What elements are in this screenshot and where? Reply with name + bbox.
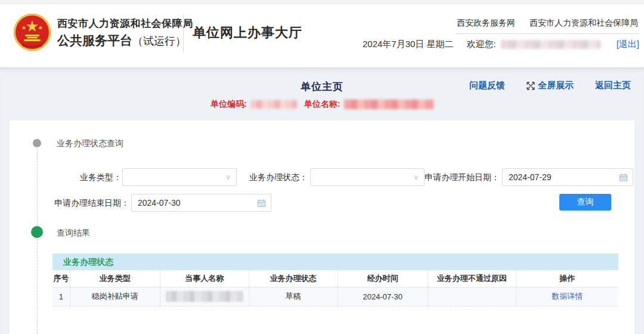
top-strip bbox=[0, 0, 644, 4]
end-date-label: 申请办理结束日期： bbox=[49, 198, 129, 209]
end-date-input[interactable] bbox=[132, 194, 250, 211]
cell-reject-reason bbox=[428, 287, 516, 306]
unit-name-label: 单位名称: bbox=[304, 99, 340, 110]
cell-seq: 1 bbox=[52, 287, 70, 306]
chevron-down-icon: ∨ bbox=[225, 173, 231, 181]
col-party-name: 当事人名称 bbox=[160, 270, 249, 287]
query-button[interactable]: 查询 bbox=[559, 194, 611, 211]
calendar-icon[interactable] bbox=[619, 173, 628, 182]
unit-code-label: 单位编码: bbox=[210, 99, 247, 110]
business-status-label: 业务办理状态： bbox=[241, 172, 308, 183]
table-header-row: 序号 业务类型 当事人名称 业务办理状态 经办时间 业务办理不通过原因 操作 bbox=[52, 270, 618, 287]
back-home-link[interactable]: 返回主页 bbox=[595, 80, 631, 91]
cell-business-type: 稳岗补贴申请 bbox=[70, 287, 160, 306]
top-links: 西安政务服务网 西安市人力资源和社会保障局 bbox=[457, 18, 638, 29]
feedback-link[interactable]: 问题反馈 bbox=[469, 80, 505, 91]
brand-divider bbox=[183, 14, 184, 52]
unit-info-line: 单位编码: 单位名称: bbox=[0, 99, 644, 110]
hall-title: 单位网上办事大厅 bbox=[193, 24, 302, 42]
table-row: 1 稳岗补贴申请 草稿 2024-07-30 数据详情 bbox=[52, 287, 618, 306]
start-date-label: 申请办理开始日期： bbox=[419, 172, 500, 183]
start-date-field bbox=[502, 168, 633, 186]
logout-link[interactable]: [退出] bbox=[617, 39, 639, 50]
business-type-select[interactable]: ∨ bbox=[122, 168, 237, 186]
chevron-down-icon: ∨ bbox=[413, 173, 419, 181]
start-date-input[interactable] bbox=[503, 169, 612, 185]
query-section-title: 业务办理状态查询 bbox=[57, 138, 123, 149]
platform-name: 公共服务平台（试运行） bbox=[57, 32, 186, 49]
redacted-unit-name bbox=[344, 100, 434, 109]
welcome-label: 欢迎您: bbox=[467, 39, 496, 50]
col-handle-time: 经办时间 bbox=[338, 270, 428, 287]
col-status: 业务办理状态 bbox=[249, 270, 338, 287]
current-date: 2024年7月30日 星期二 bbox=[363, 39, 454, 50]
data-detail-link[interactable]: 数据详情 bbox=[552, 292, 583, 301]
business-status-select[interactable]: ∨ bbox=[310, 168, 425, 186]
timeline-dashed-line bbox=[37, 149, 38, 334]
col-seq: 序号 bbox=[52, 270, 70, 287]
org-name: 西安市人力资源和社会保障局 bbox=[57, 17, 193, 30]
redacted-user-name bbox=[501, 40, 601, 49]
end-date-field bbox=[131, 194, 271, 212]
business-type-label: 业务类型： bbox=[45, 172, 122, 183]
cell-status: 草稿 bbox=[249, 287, 338, 306]
cell-action: 数据详情 bbox=[516, 287, 618, 306]
redacted-party-name bbox=[166, 291, 243, 302]
col-reject-reason: 业务办理不通过原因 bbox=[428, 270, 516, 287]
section-dot-green bbox=[31, 226, 43, 238]
link-gov-service-net[interactable]: 西安政务服务网 bbox=[457, 18, 515, 29]
fullscreen-label: 全屏展示 bbox=[538, 80, 574, 91]
fullscreen-link[interactable]: 全屏展示 bbox=[527, 80, 574, 91]
col-action: 操作 bbox=[516, 270, 618, 287]
col-business-type: 业务类型 bbox=[70, 270, 160, 287]
results-table: 业务办理状态 序号 业务类型 当事人名称 业务办理状态 经办时间 业务办理不通过… bbox=[52, 253, 618, 307]
top-links-divider bbox=[456, 33, 639, 34]
page-content: 单位主页 问题反馈 全屏展示 返回主页 单位编码: 单位名称: 业务办理状态查询… bbox=[0, 67, 644, 334]
national-emblem-logo bbox=[13, 13, 51, 51]
results-section-title: 查询结果 bbox=[57, 228, 90, 239]
cell-party-name bbox=[160, 287, 249, 306]
platform-name-main: 公共服务平台 bbox=[57, 33, 132, 47]
site-header: 西安市人力资源和社会保障局 公共服务平台（试运行） 单位网上办事大厅 西安政务服… bbox=[0, 5, 644, 67]
welcome-row: 2024年7月30日 星期二 欢迎您: [退出] bbox=[363, 39, 639, 50]
cell-handle-time: 2024-07-30 bbox=[338, 287, 428, 306]
screen: 西安市人力资源和社会保障局 公共服务平台（试运行） 单位网上办事大厅 西安政务服… bbox=[0, 0, 644, 334]
link-hr-bureau[interactable]: 西安市人力资源和社会保障局 bbox=[530, 18, 638, 29]
fullscreen-icon bbox=[527, 82, 535, 90]
page-action-links: 问题反馈 全屏展示 返回主页 bbox=[469, 80, 631, 91]
table-caption: 业务办理状态 bbox=[52, 253, 618, 270]
platform-name-suffix: （试运行） bbox=[132, 35, 186, 47]
calendar-icon[interactable] bbox=[257, 199, 266, 208]
redacted-unit-code bbox=[250, 100, 297, 109]
main-card: 业务办理状态查询 业务类型： ∨ 业务办理状态： ∨ 申请办理开始日期： bbox=[10, 120, 634, 334]
section-dot-gray bbox=[33, 139, 41, 147]
